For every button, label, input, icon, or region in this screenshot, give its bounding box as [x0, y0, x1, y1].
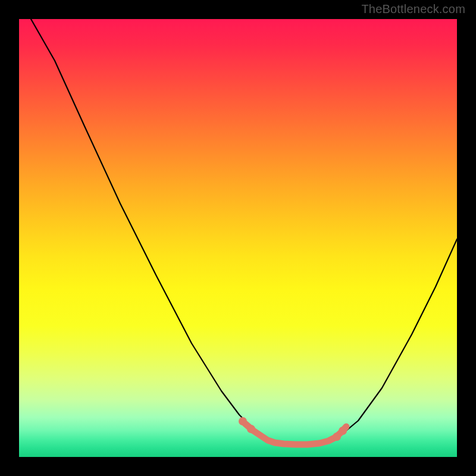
- bottleneck-curve: [31, 19, 457, 444]
- curve-svg: [19, 19, 457, 457]
- plot-area: [19, 19, 457, 457]
- highlight-segment: [245, 424, 346, 444]
- highlight-dot: [239, 417, 247, 425]
- watermark-text: TheBottleneck.com: [361, 2, 465, 16]
- highlight-dot: [333, 433, 341, 441]
- highlight-dot: [247, 425, 255, 433]
- highlight-dot: [339, 427, 347, 435]
